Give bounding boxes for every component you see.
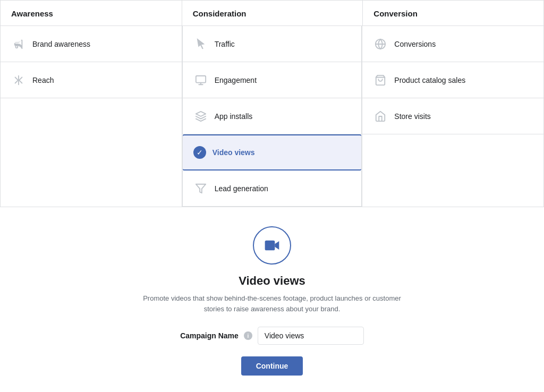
product-catalog-sales-label: Product catalog sales bbox=[394, 76, 465, 84]
consideration-column: Traffic Engagement App installs ✓ Video … bbox=[182, 26, 363, 207]
asterisk-icon bbox=[11, 73, 26, 88]
svg-marker-5 bbox=[275, 241, 279, 250]
info-icon[interactable]: i bbox=[244, 331, 252, 340]
video-views-label: Video views bbox=[212, 148, 255, 157]
cube-icon bbox=[193, 109, 208, 124]
store-visits-label: Store visits bbox=[394, 112, 430, 121]
campaign-name-input[interactable] bbox=[258, 327, 364, 345]
video-views-icon-circle bbox=[253, 226, 291, 265]
lead-generation-label: Lead generation bbox=[215, 184, 268, 193]
traffic-item[interactable]: Traffic bbox=[182, 26, 362, 62]
engagement-item[interactable]: Engagement bbox=[182, 62, 362, 98]
brand-awareness-item[interactable]: Brand awareness bbox=[1, 26, 182, 62]
detail-section: Video views Promote videos that show beh… bbox=[0, 207, 544, 391]
cart-icon bbox=[373, 73, 388, 88]
cursor-icon bbox=[193, 37, 208, 52]
campaign-name-row: Campaign Name i bbox=[180, 327, 364, 345]
awareness-column: Brand awareness Reach bbox=[1, 26, 182, 207]
video-views-item[interactable]: ✓ Video views bbox=[182, 134, 362, 171]
awareness-header: Awareness bbox=[1, 1, 182, 26]
check-circle: ✓ bbox=[193, 146, 206, 159]
engagement-label: Engagement bbox=[215, 76, 257, 84]
conversions-item[interactable]: Conversions bbox=[362, 26, 543, 62]
svg-marker-1 bbox=[196, 184, 205, 193]
brand-awareness-label: Brand awareness bbox=[32, 40, 90, 48]
continue-button[interactable]: Continue bbox=[241, 356, 303, 376]
svg-rect-4 bbox=[265, 241, 275, 251]
store-icon bbox=[373, 109, 388, 124]
detail-description: Promote videos that show behind-the-scen… bbox=[139, 293, 405, 314]
monitor-icon bbox=[193, 73, 208, 88]
svg-rect-0 bbox=[196, 75, 205, 82]
reach-item[interactable]: Reach bbox=[1, 62, 182, 98]
app-installs-label: App installs bbox=[215, 112, 253, 121]
filter-icon bbox=[193, 181, 208, 196]
detail-title: Video views bbox=[239, 274, 305, 288]
conversion-header: Conversion bbox=[362, 1, 543, 26]
megaphone-icon bbox=[11, 37, 26, 52]
consideration-header: Consideration bbox=[182, 1, 363, 26]
reach-label: Reach bbox=[32, 76, 54, 84]
app-installs-item[interactable]: App installs bbox=[182, 98, 362, 134]
traffic-label: Traffic bbox=[215, 40, 235, 48]
product-catalog-sales-item[interactable]: Product catalog sales bbox=[362, 62, 543, 98]
objective-grid: Awareness Consideration Conversion Brand… bbox=[0, 0, 544, 207]
lead-generation-item[interactable]: Lead generation bbox=[182, 171, 362, 207]
conversions-label: Conversions bbox=[394, 40, 436, 48]
video-camera-icon bbox=[264, 237, 280, 254]
store-visits-item[interactable]: Store visits bbox=[362, 98, 543, 134]
globe-icon bbox=[373, 37, 388, 52]
conversion-column: Conversions Product catalog sales Store … bbox=[362, 26, 543, 207]
campaign-name-label: Campaign Name bbox=[180, 331, 239, 340]
